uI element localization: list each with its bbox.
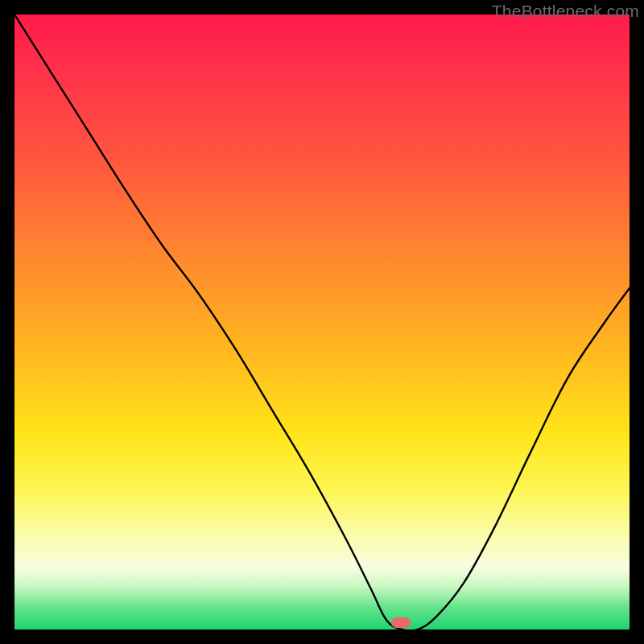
bottleneck-curve (14, 14, 630, 630)
optimal-marker (391, 617, 411, 628)
watermark-text: TheBottleneck.com (492, 2, 639, 21)
chart-plot-area (14, 14, 630, 630)
chart-frame: TheBottleneck.com (0, 0, 644, 644)
